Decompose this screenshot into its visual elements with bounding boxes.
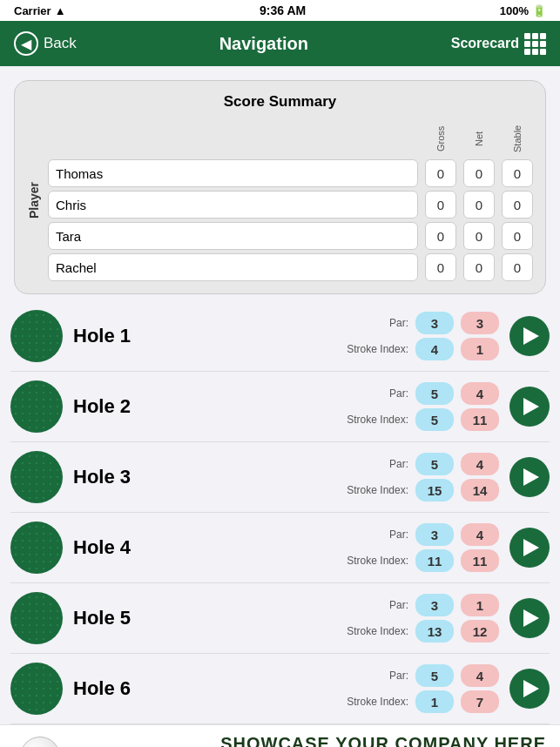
- scorecard-label: Scorecard: [451, 36, 519, 51]
- par-pink-value: 1: [461, 594, 499, 616]
- golf-ball-pattern: [12, 664, 61, 713]
- si-pink-value: 1: [461, 338, 499, 360]
- si-row: Stroke Index: 1 7: [343, 690, 499, 713]
- player-name-input[interactable]: [48, 191, 418, 219]
- si-pink-value: 11: [461, 549, 499, 572]
- stable-score-cell: 0: [502, 253, 533, 281]
- gross-header: Gross: [425, 119, 456, 158]
- score-summary-card: Score Summary Player Gross Net Stable 0 …: [14, 80, 546, 294]
- par-blue-value: 3: [415, 312, 454, 334]
- par-label: Par:: [343, 528, 408, 541]
- par-row: Par: 5 4: [343, 664, 499, 687]
- par-pink-value: 4: [461, 382, 499, 405]
- hole-stats: Par: 3 4 Stroke Index: 11 11: [343, 523, 499, 572]
- net-score-cell: 0: [463, 159, 495, 187]
- player-column-label: Player: [27, 119, 41, 281]
- si-row: Stroke Index: 4 1: [343, 338, 499, 360]
- par-pink-value: 3: [461, 312, 499, 334]
- battery-text: 100%: [500, 4, 529, 17]
- golf-ball-icon: [10, 451, 63, 503]
- footer-golf-ball-icon: [20, 737, 60, 748]
- si-label: Stroke Index:: [343, 343, 408, 355]
- par-label: Par:: [343, 458, 408, 470]
- hole-label: Hole 1: [73, 325, 152, 347]
- si-pink-value: 11: [461, 408, 499, 431]
- si-pink-value: 12: [461, 620, 499, 643]
- back-button[interactable]: ◀ Back: [14, 31, 77, 56]
- hole-label: Hole 4: [73, 536, 152, 559]
- stable-score-cell: 0: [502, 191, 533, 219]
- score-table: Player Gross Net Stable 0 0 0 0 0 0 0 0 …: [27, 119, 533, 281]
- stable-score-cell: 0: [502, 159, 533, 187]
- play-triangle-icon: [523, 398, 539, 415]
- par-label: Par:: [343, 670, 408, 682]
- header-title: Navigation: [219, 34, 308, 54]
- play-button[interactable]: [509, 387, 550, 427]
- score-rows: 0 0 0 0 0 0 0 0 0 0 0 0: [48, 159, 533, 281]
- player-name-input[interactable]: [48, 253, 418, 281]
- stable-header: Stable: [502, 119, 533, 158]
- golf-ball-pattern: [12, 312, 61, 360]
- par-blue-value: 5: [415, 664, 454, 687]
- golf-ball-icon: [10, 310, 63, 362]
- si-row: Stroke Index: 15 14: [343, 479, 499, 501]
- net-score-cell: 0: [463, 253, 495, 281]
- play-button[interactable]: [509, 528, 550, 568]
- score-summary-title: Score Summary: [27, 93, 533, 111]
- golf-ball-pattern: [12, 523, 61, 572]
- par-blue-value: 5: [415, 453, 454, 475]
- play-button[interactable]: [509, 669, 550, 709]
- hole-label: Hole 5: [73, 607, 152, 629]
- footer: SHOWCASE YOUR COMPANY HERE enquires@whol…: [0, 724, 560, 747]
- par-row: Par: 3 4: [343, 523, 499, 546]
- player-name-input[interactable]: [48, 159, 418, 187]
- back-arrow-icon: ◀: [14, 31, 38, 56]
- hole-item: Hole 6 Par: 5 4 Stroke Index: 1 7: [10, 654, 550, 724]
- si-label: Stroke Index:: [343, 696, 408, 708]
- play-button[interactable]: [509, 598, 550, 638]
- score-row: 0 0 0: [48, 159, 533, 187]
- footer-text: SHOWCASE YOUR COMPANY HERE enquires@whol…: [77, 734, 546, 747]
- scorecard-button[interactable]: Scorecard: [451, 33, 546, 55]
- si-label: Stroke Index:: [343, 625, 408, 637]
- si-blue-value: 11: [415, 549, 454, 572]
- wifi-icon: ▲: [55, 4, 66, 17]
- si-row: Stroke Index: 5 11: [343, 408, 499, 431]
- si-blue-value: 15: [415, 479, 454, 501]
- si-row: Stroke Index: 13 12: [343, 620, 499, 643]
- golf-ball-pattern: [12, 453, 61, 501]
- hole-label: Hole 3: [73, 466, 152, 488]
- play-triangle-icon: [523, 680, 539, 697]
- golf-ball-pattern: [12, 382, 61, 431]
- play-triangle-icon: [523, 539, 539, 556]
- si-blue-value: 13: [415, 620, 454, 643]
- hole-list: Hole 1 Par: 3 3 Stroke Index: 4 1: [0, 301, 560, 724]
- player-name-input[interactable]: [48, 222, 418, 250]
- time-display: 9:36 AM: [260, 3, 306, 17]
- stable-score-cell: 0: [502, 222, 533, 250]
- hole-item: Hole 2 Par: 5 4 Stroke Index: 5 11: [10, 372, 550, 442]
- gross-score-cell: 0: [425, 191, 456, 219]
- net-score-cell: 0: [463, 191, 495, 219]
- back-label: Back: [44, 35, 77, 52]
- play-button[interactable]: [509, 457, 550, 497]
- par-pink-value: 4: [461, 523, 499, 546]
- footer-showcase-text: SHOWCASE YOUR COMPANY HERE: [77, 734, 546, 747]
- status-left: Carrier ▲: [14, 4, 66, 17]
- hole-stats: Par: 5 4 Stroke Index: 15 14: [343, 453, 499, 501]
- golf-ball-icon: [10, 663, 63, 715]
- hole-item: Hole 3 Par: 5 4 Stroke Index: 15 14: [10, 442, 550, 513]
- hole-item: Hole 1 Par: 3 3 Stroke Index: 4 1: [10, 301, 550, 372]
- grid-icon: [524, 33, 546, 55]
- par-blue-value: 3: [415, 523, 454, 546]
- par-label: Par:: [343, 317, 408, 329]
- si-blue-value: 1: [415, 690, 454, 713]
- play-button[interactable]: [509, 316, 550, 356]
- par-row: Par: 3 3: [343, 312, 499, 334]
- status-right: 100% 🔋: [500, 4, 546, 17]
- par-blue-value: 5: [415, 382, 454, 405]
- si-label: Stroke Index:: [343, 414, 408, 426]
- score-row: 0 0 0: [48, 191, 533, 219]
- par-row: Par: 3 1: [343, 594, 499, 616]
- hole-item: Hole 4 Par: 3 4 Stroke Index: 11 11: [10, 513, 550, 583]
